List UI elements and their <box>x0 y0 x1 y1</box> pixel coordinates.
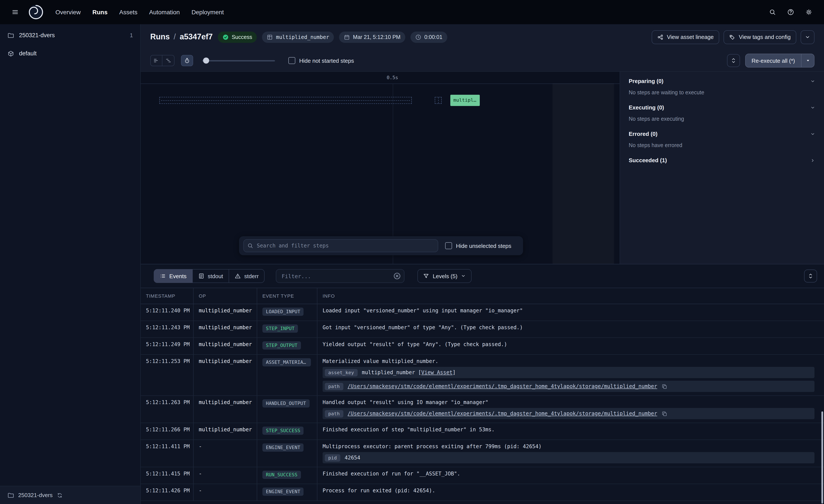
events-expand-button[interactable] <box>804 269 817 282</box>
dagster-logo[interactable] <box>28 4 44 20</box>
gantt-search-overlay: Hide unselected steps <box>239 236 523 255</box>
nav-item-runs[interactable]: Runs <box>92 9 108 16</box>
filter-clear-button[interactable] <box>393 272 401 280</box>
metadata-row: pid42654 <box>323 452 815 463</box>
view-tags-config-button[interactable]: View tags and config <box>724 30 796 44</box>
search-icon <box>247 243 253 249</box>
expand-icon <box>730 57 736 64</box>
metadata-path-link[interactable]: /Users/smackesey/stm/code/elementl/exper… <box>347 410 657 417</box>
panel-executing-header[interactable]: Executing (0) <box>629 104 815 111</box>
nav-item-automation[interactable]: Automation <box>149 9 180 16</box>
event-row[interactable]: 5:12:11.411 PM-ENGINE_EVENTMultiprocess … <box>141 440 824 467</box>
event-row[interactable]: 5:12:11.253 PMmultiplied_numberASSET_MAT… <box>141 355 824 396</box>
column-timestamp: TIMESTAMP <box>141 288 194 304</box>
panel-preparing-body: No steps are waiting to execute <box>629 90 815 97</box>
list-icon <box>160 273 166 279</box>
hide-not-started-label: Hide not started steps <box>299 57 354 64</box>
help-button[interactable] <box>783 5 798 19</box>
panel-errored-header[interactable]: Errored (0) <box>629 131 815 137</box>
event-info: Multiprocess executor: parent process ex… <box>317 440 824 467</box>
slider-handle[interactable] <box>203 57 209 64</box>
tab-events[interactable]: Events <box>154 269 193 283</box>
copy-button[interactable] <box>661 411 667 416</box>
slider-track <box>202 60 275 61</box>
panel-section-succeeded: Succeeded (1) <box>620 151 824 165</box>
nav-item-overview[interactable]: Overview <box>56 9 81 16</box>
levels-label: Levels (5) <box>433 273 457 279</box>
gantt-waterfall-view-button[interactable] <box>163 55 175 66</box>
breadcrumb-separator: / <box>174 32 176 41</box>
step-search-input[interactable] <box>243 239 438 252</box>
panel-succeeded-header[interactable]: Succeeded (1) <box>629 157 815 163</box>
gantt-chart[interactable]: 0.5s multiplied_number Hide unselected s… <box>141 72 620 264</box>
levels-filter-button[interactable]: Levels (5) <box>418 269 472 283</box>
event-timestamp: 5:12:11.415 PM <box>141 467 194 484</box>
event-row[interactable]: 5:12:11.249 PMmultiplied_numberSTEP_OUTP… <box>141 338 824 355</box>
event-timestamp: 5:12:11.266 PM <box>141 423 194 439</box>
metadata-path-link[interactable]: /Users/smackesey/stm/code/elementl/exper… <box>347 383 657 389</box>
copy-icon <box>661 384 667 389</box>
tab-stdout[interactable]: stdout <box>193 269 229 283</box>
expand-collapse-button[interactable] <box>727 54 740 67</box>
gantt-step-multiplied-number[interactable]: multiplied_number <box>450 95 480 106</box>
left-sidebar: 250321-dvers 1 default 250321-dvers <box>0 24 141 504</box>
reexecute-all-button[interactable]: Re-execute all (*) <box>745 54 801 67</box>
event-type-cell: ENGINE_EVENT <box>257 484 317 501</box>
reexecute-dropdown-button[interactable] <box>801 54 814 67</box>
view-asset-lineage-button[interactable]: View asset lineage <box>652 30 719 44</box>
event-row[interactable]: 5:12:11.243 PMmultiplied_numberSTEP_INPU… <box>141 321 824 338</box>
event-row[interactable]: 5:12:11.263 PMmultiplied_numberHANDLED_O… <box>141 396 824 423</box>
search-button[interactable] <box>765 5 780 19</box>
event-row[interactable]: 5:12:11.266 PMmultiplied_numberSTEP_SUCC… <box>141 423 824 440</box>
run-actions-dropdown-button[interactable] <box>801 30 815 44</box>
gantt-zoom-slider <box>202 57 275 64</box>
hide-not-started-checkbox[interactable] <box>288 57 295 64</box>
nav-item-assets[interactable]: Assets <box>119 9 137 16</box>
gantt-flat-view-button[interactable] <box>150 55 163 66</box>
menu-button[interactable] <box>8 5 22 19</box>
copy-button[interactable] <box>661 384 667 389</box>
events-log: Events stdout stderr <box>141 264 824 504</box>
hide-unselected-row: Hide unselected steps <box>445 242 511 249</box>
panel-errored-title: Errored (0) <box>629 131 657 137</box>
settings-icon <box>805 9 812 16</box>
hide-unselected-checkbox[interactable] <box>445 242 452 249</box>
panel-preparing-header[interactable]: Preparing (0) <box>629 78 815 84</box>
view-asset-link[interactable]: View Asset <box>421 369 453 376</box>
log-filter-input[interactable] <box>276 269 405 283</box>
event-message: Yielded output "result" of type "Any". (… <box>323 341 819 347</box>
metadata-key: asset_key <box>325 369 357 376</box>
breadcrumb-runs[interactable]: Runs <box>150 32 170 41</box>
settings-button[interactable] <box>802 5 816 19</box>
sidebar-item-default[interactable]: default <box>0 46 140 60</box>
clear-icon <box>393 272 401 280</box>
asset-tag[interactable]: multiplied_number <box>262 31 334 43</box>
tab-stderr[interactable]: stderr <box>229 269 265 283</box>
sidebar-footer[interactable]: 250321-dvers <box>0 486 140 504</box>
clock-icon <box>415 34 421 40</box>
lineage-icon <box>657 34 663 40</box>
event-row[interactable]: 5:12:11.240 PMmultiplied_numberLOADED_IN… <box>141 304 824 321</box>
hide-not-started-row: Hide not started steps <box>288 57 354 64</box>
code-location-label: 250321-dvers <box>19 32 55 38</box>
nav-item-deployment[interactable]: Deployment <box>191 9 224 16</box>
event-message: Multiprocess executor: parent process ex… <box>323 444 819 450</box>
sidebar-item-code-location[interactable]: 250321-dvers 1 <box>0 28 140 42</box>
event-op: multiplied_number <box>194 423 257 439</box>
waterfall-view-icon <box>165 57 171 64</box>
event-info: Process for run exited (pid: 42654). <box>317 484 824 501</box>
events-table-header: TIMESTAMP OP EVENT TYPE INFO <box>141 288 824 304</box>
events-scrollbar-thumb[interactable] <box>821 411 823 504</box>
gantt-timed-view-button[interactable] <box>181 55 193 66</box>
event-type-badge: ASSET_MATERIALI… <box>263 358 311 366</box>
run-id: a5347ef7 <box>180 32 213 41</box>
event-row[interactable]: 5:12:11.415 PM-RUN_SUCCESSFinished execu… <box>141 467 824 484</box>
gantt-toolbar-right: Re-execute all (*) <box>727 54 815 68</box>
event-row[interactable]: 5:12:11.426 PM-ENGINE_EVENTProcess for r… <box>141 484 824 501</box>
panel-errored-body: No steps have errored <box>629 142 815 150</box>
event-type-cell: RUN_SUCCESS <box>257 467 317 484</box>
gantt-highlight-band <box>552 84 614 264</box>
panel-section-errored: Errored (0) No steps have errored <box>620 125 824 151</box>
event-message: Finished execution of run for "__ASSET_J… <box>323 471 819 477</box>
sync-icon[interactable] <box>57 492 63 498</box>
